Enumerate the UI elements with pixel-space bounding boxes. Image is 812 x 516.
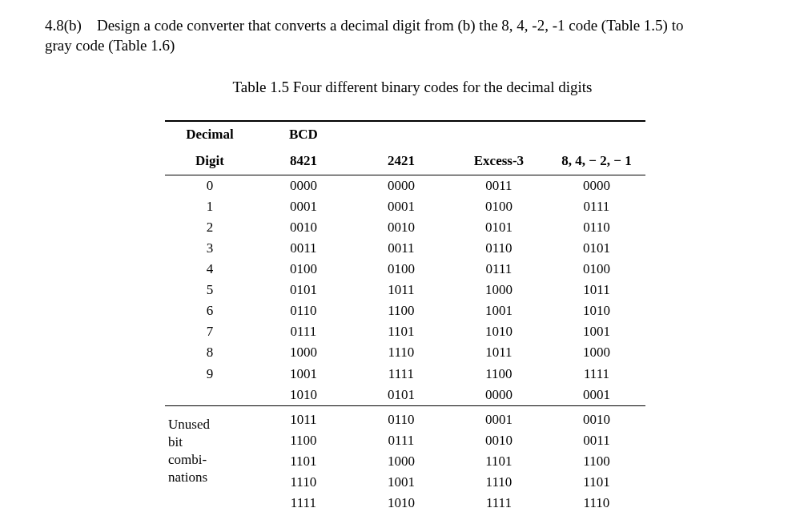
page: 4.8(b) Design a code converter that conv… — [0, 0, 812, 516]
table-row-unused: Unused bit combi- nations 1011 0110 0001… — [165, 405, 645, 430]
cell-ex3: 0011 — [450, 175, 548, 196]
table-row: 3 0011 0011 0110 0101 — [165, 238, 645, 259]
header-row-2: Digit 8421 2421 Excess-3 8, 4, − 2, − 1 — [165, 147, 645, 175]
table-row: 6 0110 1100 1001 1010 — [165, 300, 645, 321]
table-row: 8 1000 1110 1011 1000 — [165, 342, 645, 363]
problem-number: 4.8(b) — [45, 17, 82, 34]
header-2421: 2421 — [352, 147, 450, 175]
problem-text-line2: gray code (Table 1.6) — [45, 37, 175, 54]
table-row: 0 0000 0000 0011 0000 — [165, 175, 645, 196]
cell-2421: 0000 — [352, 175, 450, 196]
header-excess3: Excess-3 — [450, 147, 548, 175]
header-bcd-1: BCD — [255, 121, 352, 147]
codes-table: Decimal BCD Digit 8421 2421 Excess-3 8, … — [165, 120, 645, 516]
table-row-unused: 1010 0101 0000 0001 — [165, 385, 645, 406]
header-decimal-1: Decimal — [165, 121, 255, 147]
header-84m2m1: 8, 4, − 2, − 1 — [548, 147, 645, 175]
table-caption: Table 1.5 Four different binary codes fo… — [45, 78, 780, 98]
table-body-valid: 0 0000 0000 0011 0000 1 0001 0001 0100 0… — [165, 175, 645, 516]
header-row-1: Decimal BCD — [165, 121, 645, 147]
problem-statement: 4.8(b) Design a code converter that conv… — [45, 16, 780, 55]
table-row: 4 0100 0100 0111 0100 — [165, 259, 645, 280]
unused-label: Unused bit combi- nations — [165, 405, 255, 493]
problem-text-line1: Design a code converter that converts a … — [97, 17, 684, 34]
table-wrap: Decimal BCD Digit 8421 2421 Excess-3 8, … — [165, 120, 645, 516]
cell-bcd: 0000 — [255, 175, 352, 196]
cell-84m2m1: 0000 — [548, 175, 645, 196]
table-row: 7 0111 1101 1010 1001 — [165, 321, 645, 342]
table-row: 1 0001 0001 0100 0111 — [165, 196, 645, 217]
cell-digit: 0 — [165, 175, 255, 196]
table-row: 9 1001 1111 1100 1111 — [165, 364, 645, 385]
header-bcd-2: 8421 — [255, 147, 352, 175]
header-decimal-2: Digit — [165, 147, 255, 175]
table-row: 5 0101 1011 1000 1011 — [165, 280, 645, 300]
table-row-unused: 1111 1010 1111 1110 — [165, 493, 645, 516]
table-row: 2 0010 0010 0101 0110 — [165, 217, 645, 238]
